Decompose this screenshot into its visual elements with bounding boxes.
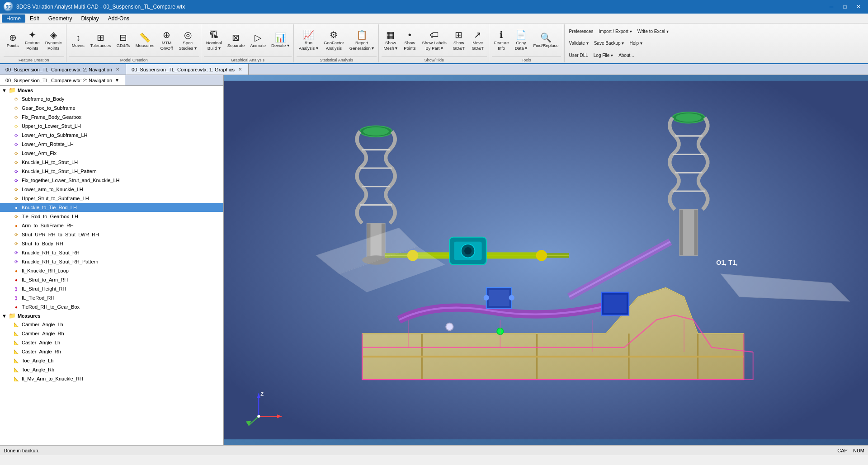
validate-button[interactable]: Validate ▾ [567,40,590,46]
import-export-button[interactable]: Import / Export ▾ [597,28,633,34]
nav-panel-tab-dropdown[interactable]: ▼ [115,78,119,83]
menu-display[interactable]: Display [76,14,103,23]
measures-section-header[interactable]: ▼ 📁 Measures [0,311,223,320]
tools-label: Tools [492,56,561,62]
tree-item-upper-to-lower-strut-lh[interactable]: ⟳ Upper_to_Lower_Strut_LH [0,122,223,131]
animate-button[interactable]: ▷ Animate [248,27,268,55]
tree-item-label: Toe_Angle_Rh [22,367,54,372]
find-replace-button[interactable]: 🔍 Find/Replace [531,27,561,55]
graphics-doc-tab[interactable]: 00_Suspension_TL_Compare.wtx: 1: Graphic… [126,64,249,75]
report-generation-button[interactable]: 📋 ReportGeneration ▾ [347,27,377,55]
graphics-panel[interactable]: O1, T1, Z [224,75,868,445]
tree-item-fix-together-lower-strut[interactable]: ⟳ Fix_together_Lower_Strut_and_Knuckle_L… [0,176,223,185]
points-button[interactable]: ⊕ Points [4,27,22,55]
tree-item-it-mv-arm-to-knuckle-rh[interactable]: 📐 It_Mv_Arm_to_Knuckle_RH [0,374,223,383]
tree-item-tie-rod-to-gearbox-lh[interactable]: ⟳ Tie_Rod_to_Gearbox_LH [0,212,223,221]
tree-item-lower-arm-to-subframe-lh[interactable]: ⟳ Lower_Arm_to_Subframe_LH [0,131,223,140]
log-file-button[interactable]: Log File ▾ [592,52,615,58]
menu-home[interactable]: Home [2,14,25,23]
svg-point-16 [464,247,472,254]
measures-icon: 📏 [139,33,151,42]
tree-item-il-strut-to-arm-rh[interactable]: ● IL_Strut_to_Arm_RH [0,275,223,284]
tree-item-knuckle-rh-to-strut-rh[interactable]: ⟳ Knuckle_RH_to_Strut_RH [0,248,223,257]
graphics-doc-tab-close[interactable]: ✕ [237,66,243,72]
tree-item-tierod-rh-to-gear-box[interactable]: ● TieRod_RH_to_Gear_Box [0,302,223,311]
graphical-analysis-buttons: 🏗 NominalBuild ▾ ⊠ Separate ▷ Animate 📊 … [204,24,292,56]
tree-item-knuckle-lh-to-strut-lh[interactable]: ⟳ Knuckle_LH_to_Strut_LH [0,158,223,167]
app-title: 3DCS Variation Analyst Multi-CAD - 00_Su… [16,4,826,10]
tree-item-knuckle-rh-to-strut-rh-pattern[interactable]: ⟳ Knuckle_RH_to_Strut_RH_Pattern [0,257,223,266]
nav-doc-tab-close[interactable]: ✕ [115,66,120,72]
save-backup-button[interactable]: Save Backup ▾ [592,40,626,46]
show-labels-button[interactable]: 🏷 Show LabelsBy Part ▾ [420,27,448,55]
user-dll-button[interactable]: User DLL [567,52,590,58]
menu-edit[interactable]: Edit [25,14,44,23]
tree-item-it-knuckle-rh-loop[interactable]: ● It_Knuckle_RH_Loop [0,266,223,275]
tree-item-upper-strut-to-subframe-lh[interactable]: ⟳ Upper_Strut_to_Subframe_LH [0,194,223,203]
tree-item-caster-angle-lh[interactable]: 📐 Caster_Angle_Lh [0,338,223,347]
tree-item-label: Camber_Angle_Rh [22,331,64,336]
minimize-button[interactable]: ─ [826,2,837,11]
tree-item-lower-arm-fix[interactable]: ⟳ Lower_Arm_Fix [0,149,223,158]
measures-button[interactable]: 📏 Measures [133,27,157,55]
dynamic-points-button[interactable]: ◈ DynamicPoints [43,27,64,55]
tree-item-label: Upper_to_Lower_Strut_LH [22,123,81,129]
maximize-button[interactable]: □ [839,2,851,11]
tree-container[interactable]: ▼ 📁 Moves ⟳ Subframe_to_Body ⟳ Gear_Box_… [0,86,223,445]
help-button[interactable]: Help ▾ [627,40,644,46]
moves-section-header[interactable]: ▼ 📁 Moves [0,86,223,94]
feature-creation-buttons: ⊕ Points ✦ FeaturePoints ◈ DynamicPoints [4,24,64,56]
tree-item-strut-to-body-rh[interactable]: ⟳ Strut_to_Body_RH [0,239,223,248]
move-gdt-button[interactable]: ↗ MoveGD&T [469,27,487,55]
nav-panel-tab[interactable]: 00_Suspension_TL_Compare.wtx: 2: Navigat… [0,75,125,85]
move-gdt-icon: ↗ [474,30,481,39]
ribbon-group-model-creation: ↕ Moves ⊞ Tolerances ⊟ GD&Ts 📏 Measures … [67,24,201,62]
tree-item-camber-angle-rh[interactable]: 📐 Camber_Angle_Rh [0,329,223,338]
tree-item-knuckle-lh-to-strut-lh-pattern[interactable]: ⟳ Knuckle_LH_to_Strut_LH_Pattern [0,167,223,176]
nominal-build-button[interactable]: 🏗 NominalBuild ▾ [204,27,224,55]
tree-item-arm-to-subframe-rh[interactable]: ● Arm_to_SubFrame_RH [0,221,223,230]
tree-item-label: Caster_Angle_Lh [22,340,60,345]
tree-item-il-strut-height-rh[interactable]: ⟫ IL_Strut_Height_RH [0,284,223,293]
menu-geometry[interactable]: Geometry [44,14,77,23]
preferences-button[interactable]: Preferences [567,28,595,34]
tree-item-camber-angle-lh[interactable]: 📐 Camber_Angle_Lh [0,320,223,329]
geofactor-button[interactable]: ⚙ GeoFactorAnalysis [321,27,346,55]
close-button[interactable]: ✕ [853,2,864,11]
show-points-button[interactable]: • ShowPoints [401,27,419,55]
tree-item-fix-frame-body-gearbox[interactable]: ⟳ Fix_Frame_Body_Gearbox [0,113,223,122]
tree-item-toe-angle-rh[interactable]: 📐 Toe_Angle_Rh [0,365,223,374]
tree-item-lower-arm-to-knuckle-lh[interactable]: ⟳ Lower_arm_to_Knuckle_LH [0,185,223,194]
menu-add-ons[interactable]: Add-Ons [104,14,134,23]
feature-info-button[interactable]: ℹ FeatureInfo [492,27,511,55]
tree-item-strut-upr-rh-to-strut-lwr-rh[interactable]: ⟳ Strut_UPR_RH_to_Strut_LWR_RH [0,230,223,239]
write-to-excel-button[interactable]: Write to Excel ▾ [636,28,670,34]
tree-item-subframe-to-body[interactable]: ⟳ Subframe_to_Body [0,94,223,103]
measures-section-label: Measures [18,313,41,319]
tree-item-toe-angle-lh[interactable]: 📐 Toe_Angle_Lh [0,356,223,365]
moves-button[interactable]: ↕ Moves [69,27,87,55]
tree-item-il-tierod-rh[interactable]: ⟫ IL_TieRod_RH [0,293,223,302]
nav-doc-tab[interactable]: 00_Suspension_TL_Compare.wtx: 2: Navigat… [0,64,126,75]
run-analysis-button[interactable]: 📈 RunAnalysis ▾ [297,27,321,55]
gdts-button[interactable]: ⊟ GD&Ts [114,27,132,55]
deviate-button[interactable]: 📊 Deviate ▾ [269,27,292,55]
spec-studies-icon: ◎ [184,30,192,39]
tree-item-knuckle-to-tie-rod-lh[interactable]: ● Knuckle_to_Tie_Rod_LH [0,203,223,212]
tree-item-label: Strut_UPR_RH_to_Strut_LWR_RH [22,232,99,237]
about-button[interactable]: About... [617,52,636,58]
show-gdt-button[interactable]: ⊞ ShowGD&T [450,27,468,55]
find-replace-icon: 🔍 [540,33,552,42]
tolerances-button[interactable]: ⊞ Tolerances [88,27,113,55]
show-mesh-button[interactable]: ▦ ShowMesh ▾ [382,27,400,55]
copy-data-button[interactable]: 📄 CopyData ▾ [512,27,530,55]
tree-item-caster-angle-rh[interactable]: 📐 Caster_Angle_Rh [0,347,223,356]
mtm-button[interactable]: ⊕ MTMOn/Off [157,27,175,55]
tree-item-lower-arm-rotate-lh[interactable]: ⟳ Lower_Arm_Rotate_LH [0,140,223,149]
tree-item-gear-box-to-subframe[interactable]: ⟳ Gear_Box_to_Subframe [0,103,223,113]
measure-icon-toe-rh: 📐 [13,366,20,373]
feature-points-button[interactable]: ✦ FeaturePoints [23,27,42,55]
tree-item-label: TieRod_RH_to_Gear_Box [22,304,80,310]
separate-button[interactable]: ⊠ Separate [225,27,247,55]
spec-studies-button[interactable]: ◎ SpecStudies ▾ [176,27,198,55]
